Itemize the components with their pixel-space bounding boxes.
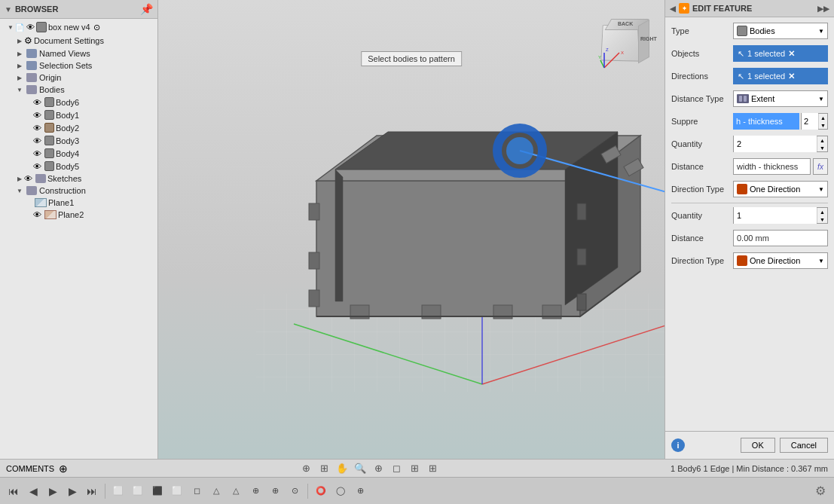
distance-type-select[interactable]: Extent ▼ [733, 90, 828, 107]
tb-tool-8[interactable]: ⊕ [246, 482, 264, 500]
direction-type1-select[interactable]: One Direction ▼ [733, 181, 828, 197]
suppress-highlight[interactable]: h - thickness [733, 113, 799, 130]
tree-item-body3[interactable]: ▶ 👁 Body3 [0, 134, 157, 147]
eye-icon[interactable]: 👁 [33, 111, 41, 120]
eye-icon[interactable]: 👁 [33, 162, 41, 171]
body-icon [44, 110, 54, 120]
eye-icon[interactable]: 👁 [33, 149, 41, 158]
tree-item-body2[interactable]: ▶ 👁 Body2 [0, 121, 157, 134]
tb-prev[interactable]: ◀ [24, 482, 42, 500]
tree-item-construction[interactable]: ▼ Construction [0, 185, 157, 197]
viewport[interactable]: Select bodies to pattern [158, 0, 664, 459]
spinner-up[interactable]: ▲ [817, 208, 827, 215]
directions-clear-icon[interactable]: ✕ [788, 72, 795, 81]
spinner-down[interactable]: ▼ [819, 121, 827, 129]
eye-icon[interactable]: 👁 [26, 23, 35, 32]
comments-add-icon[interactable]: ⊕ [59, 463, 68, 475]
toolbar-btn-6[interactable]: ◻ [389, 462, 404, 475]
quantity2-row: Quantity ▲ ▼ [671, 206, 828, 225]
eye-icon[interactable]: 👁 [33, 210, 41, 219]
tree-item-body6[interactable]: ▶ 👁 Body6 [0, 96, 157, 108]
suppress-number-field[interactable] [802, 113, 818, 130]
tree-item-file[interactable]: ▼ 📄 👁 box new v4 ⊙ [0, 20, 157, 34]
tree-item-named-views[interactable]: ▶ Named Views [0, 47, 157, 60]
directions-selected-text: 1 selected [747, 72, 785, 81]
tb-tool-5[interactable]: ◻ [188, 482, 206, 500]
spinner-up[interactable]: ▲ [817, 136, 827, 144]
tree-item-body5[interactable]: ▶ 👁 Body5 [0, 160, 157, 173]
tb-sep-1 [105, 484, 105, 499]
tree-item-plane1[interactable]: ▶ Plane1 [0, 197, 157, 209]
eye-icon[interactable]: 👁 [33, 136, 41, 145]
panel-expand-icon[interactable]: ▶▶ [817, 5, 829, 13]
direction-type2-select[interactable]: One Direction ▼ [733, 252, 828, 269]
quantity1-field[interactable] [734, 136, 817, 152]
spinner-down[interactable]: ▼ [817, 144, 827, 151]
tree-item-bodies[interactable]: ▼ Bodies [0, 84, 157, 96]
toolbar-btn-7[interactable]: ⊞ [407, 462, 422, 475]
quantity1-spinner[interactable]: ▲ ▼ [817, 136, 827, 151]
tree-item-body4[interactable]: ▶ 👁 Body4 [0, 147, 157, 160]
axis-indicator: X Y Z [597, 45, 619, 68]
quantity2-spinner[interactable]: ▲ ▼ [817, 208, 827, 223]
distance2-input[interactable]: 0.00 mm [733, 230, 828, 246]
tree-item-doc-settings[interactable]: ▶ ⚙ Document Settings [0, 34, 157, 47]
distance1-fx-btn[interactable]: fx [813, 158, 828, 175]
quantity1-input[interactable]: ▲ ▼ [733, 136, 828, 152]
nav-cube[interactable]: RIGHT BACK X Y Z [597, 15, 649, 68]
tb-tool-4[interactable]: ⬜ [168, 482, 186, 500]
nav-cube-container[interactable]: RIGHT BACK X Y Z [597, 15, 649, 68]
cancel-button[interactable]: Cancel [780, 438, 828, 453]
bottom-bar: COMMENTS ⊕ ⊕ ⊞ ✋ 🔍 ⊕ ◻ ⊞ ⊞ 1 Body6 1 Edg… [0, 459, 834, 477]
suppress-spinner[interactable]: ▲ ▼ [818, 114, 827, 129]
toolbar-btn-4[interactable]: 🔍 [353, 462, 368, 475]
toolbar-btn-3[interactable]: ✋ [335, 462, 350, 475]
tb-tool-13[interactable]: ⊕ [351, 482, 369, 500]
tb-tool-10[interactable]: ⊙ [286, 482, 304, 500]
ok-button[interactable]: OK [741, 438, 775, 453]
tb-next-next[interactable]: ⏭ [83, 482, 101, 500]
tb-tool-3[interactable]: ⬛ [148, 482, 166, 500]
sidebar-collapse-arrow[interactable]: ▼ [5, 5, 12, 14]
tree-item-origin[interactable]: ▶ Origin [0, 72, 157, 84]
eye-icon[interactable]: 👁 [24, 174, 32, 183]
tb-tool-6[interactable]: △ [207, 482, 225, 500]
tree-item-sketches[interactable]: ▶ 👁 Sketches [0, 173, 157, 185]
directions-selected-badge[interactable]: ↖ 1 selected ✕ [733, 68, 828, 84]
tb-tool-7[interactable]: △ [227, 482, 245, 500]
quantity2-field[interactable] [734, 207, 817, 224]
tree-item-body1[interactable]: ▶ 👁 Body1 [0, 108, 157, 121]
sidebar-pin-icon[interactable]: 📌 [140, 3, 153, 15]
toolbar-btn-2[interactable]: ⊞ [316, 462, 331, 475]
info-icon[interactable]: i [671, 438, 685, 452]
toolbar-btn-1[interactable]: ⊕ [298, 462, 313, 475]
tb-prev-prev[interactable]: ⏮ [5, 482, 23, 500]
eye-icon[interactable]: 👁 [33, 124, 41, 133]
tree-item-selection-sets[interactable]: ▶ Selection Sets [0, 60, 157, 72]
tb-tool-9[interactable]: ⊕ [266, 482, 284, 500]
tb-tool-1[interactable]: ⬜ [109, 482, 127, 500]
toolbar-btn-8[interactable]: ⊞ [425, 462, 440, 475]
suppress-spinner-input[interactable]: ▲ ▼ [801, 113, 828, 130]
spinner-up[interactable]: ▲ [819, 114, 827, 121]
tb-next[interactable]: ▶ [63, 482, 81, 500]
tb-play[interactable]: ▶ [44, 482, 62, 500]
settings-circle[interactable]: ⊙ [93, 23, 100, 32]
objects-selected-badge[interactable]: ↖ 1 selected ✕ [733, 45, 828, 62]
panel-collapse-icon[interactable]: ◀ [670, 5, 676, 13]
tb-tool-2[interactable]: ⬜ [129, 482, 147, 500]
tb-settings-icon[interactable]: ⚙ [811, 482, 829, 500]
tb-tool-12[interactable]: ◯ [331, 482, 350, 500]
folder-icon [35, 174, 46, 183]
distance1-label: Distance [671, 162, 733, 171]
type-select[interactable]: Bodies ▼ [733, 23, 828, 39]
quantity2-input[interactable]: ▲ ▼ [733, 207, 828, 224]
spinner-down[interactable]: ▼ [817, 215, 827, 223]
panel-content: Type Bodies ▼ Objects [665, 17, 834, 431]
tb-tool-11[interactable]: ⭕ [312, 482, 330, 500]
eye-icon[interactable]: 👁 [33, 98, 41, 107]
distance1-input[interactable]: width - thickness [733, 158, 811, 175]
toolbar-btn-5[interactable]: ⊕ [371, 462, 386, 475]
tree-item-plane2[interactable]: ▶ 👁 Plane2 [0, 209, 157, 221]
objects-clear-icon[interactable]: ✕ [788, 49, 795, 59]
